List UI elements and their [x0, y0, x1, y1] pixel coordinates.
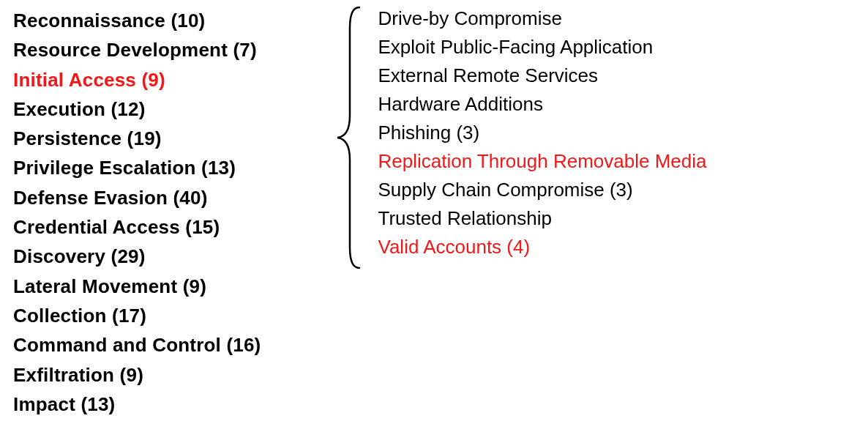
tactic-item[interactable]: Discovery (29) [13, 242, 261, 271]
technique-item[interactable]: Drive-by Compromise [378, 4, 706, 33]
tactic-item[interactable]: Privilege Escalation (13) [13, 153, 261, 182]
tactic-item[interactable]: Persistence (19) [13, 124, 261, 153]
tactic-item[interactable]: Reconnaissance (10) [13, 6, 261, 35]
tactic-item[interactable]: Credential Access (15) [13, 212, 261, 242]
technique-item[interactable]: Trusted Relationship [378, 204, 706, 233]
tactic-item[interactable]: Exfiltration (9) [13, 360, 261, 390]
technique-item-selected[interactable]: Valid Accounts (4) [378, 233, 706, 261]
technique-item[interactable]: Supply Chain Compromise (3) [378, 176, 706, 204]
technique-item-selected[interactable]: Replication Through Removable Media [378, 147, 706, 176]
tactic-item[interactable]: Collection (17) [13, 301, 261, 330]
tactic-item[interactable]: Command and Control (16) [13, 330, 261, 360]
tactic-item[interactable]: Execution (12) [13, 94, 261, 124]
diagram-root: Reconnaissance (10) Resource Development… [0, 0, 868, 425]
tactic-item[interactable]: Lateral Movement (9) [13, 272, 261, 301]
technique-item[interactable]: External Remote Services [378, 62, 706, 90]
tactic-item-selected[interactable]: Initial Access (9) [13, 65, 261, 94]
curly-brace-icon [334, 6, 363, 275]
tactics-list: Reconnaissance (10) Resource Development… [13, 6, 261, 419]
tactic-item[interactable]: Impact (13) [13, 390, 261, 419]
techniques-list: Drive-by Compromise Exploit Public-Facin… [378, 4, 706, 261]
tactic-item[interactable]: Defense Evasion (40) [13, 183, 261, 212]
technique-item[interactable]: Exploit Public-Facing Application [378, 33, 706, 62]
technique-item[interactable]: Phishing (3) [378, 119, 706, 147]
tactic-item[interactable]: Resource Development (7) [13, 35, 261, 64]
technique-item[interactable]: Hardware Additions [378, 90, 706, 119]
